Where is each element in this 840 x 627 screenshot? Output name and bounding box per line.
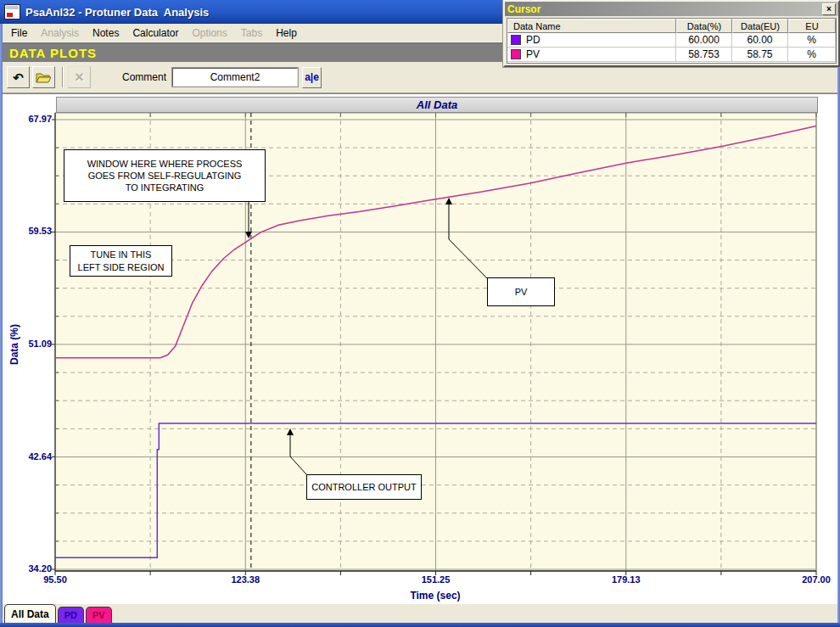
x-axis-label: Time (sec) (308, 590, 563, 602)
close-icon: × (826, 4, 832, 14)
cell-series-name: PD (507, 33, 676, 48)
column-header[interactable]: Data(%) (676, 19, 732, 33)
chart-annotation-window-note: WINDOW HERE WHERE PROCESS GOES FROM SELF… (64, 149, 266, 202)
cursor-window-title: Cursor (507, 3, 822, 15)
cell-data-pct: 60.000 (676, 33, 732, 48)
y-tick-label: 42.64 (9, 451, 52, 462)
app-icon (4, 4, 20, 20)
column-header[interactable]: EU (788, 19, 836, 33)
chart-annotation-pv-note: PV (487, 277, 555, 306)
menu-item-notes[interactable]: Notes (86, 25, 126, 42)
app-window: PsaAnl32 - Protuner Data Analysis FileAn… (0, 0, 840, 627)
tab-pv[interactable]: PV (86, 607, 112, 623)
edit-comment-icon: a|e (305, 71, 319, 83)
menu-item-calculator[interactable]: Calculator (126, 25, 185, 42)
x-tick-label: 123.38 (220, 574, 271, 585)
toolbar-separator (62, 67, 64, 87)
cell-eu: % (788, 33, 836, 48)
x-tick-label: 95.50 (30, 574, 81, 585)
open-folder-icon (36, 71, 52, 84)
cell-series-name: PV (507, 48, 676, 62)
chart-panel: All Data Data (%) Time (sec) WINDOW HERE… (3, 93, 837, 605)
column-header[interactable]: Data(EU) (732, 19, 788, 33)
y-tick-label: 34.20 (9, 563, 52, 574)
cursor-window-title-bar[interactable]: Cursor × (505, 2, 838, 16)
y-tick-label: 67.97 (9, 114, 52, 124)
cursor-table-row[interactable]: PV58.75358.75% (507, 48, 836, 62)
series-color-swatch (511, 49, 521, 59)
cell-data-eu: 58.75 (732, 48, 788, 62)
series-color-swatch (511, 35, 521, 45)
cursor-table-header: Data NameData(%)Data(EU)EU (507, 19, 836, 33)
cell-eu: % (788, 48, 836, 62)
cell-data-eu: 60.00 (732, 33, 788, 48)
x-tick-label: 207.00 (791, 574, 840, 585)
y-tick-label: 51.09 (9, 339, 52, 349)
undo-icon: ↶ (13, 71, 24, 84)
menu-item-options[interactable]: Options (185, 25, 233, 42)
cell-data-pct: 58.753 (676, 48, 732, 62)
menu-item-tabs[interactable]: Tabs (234, 25, 269, 42)
x-tick-label: 179.13 (601, 574, 652, 585)
comment-label: Comment (122, 71, 166, 83)
series-name-label: PV (526, 48, 540, 60)
chart-title-bar: All Data (56, 97, 818, 113)
menu-item-analysis[interactable]: Analysis (34, 25, 86, 42)
cursor-table: Data NameData(%)Data(EU)EUPD60.00060.00%… (507, 18, 837, 64)
column-header[interactable]: Data Name (507, 19, 676, 33)
tab-bar: All DataPDPV (3, 604, 837, 623)
tab-all-data[interactable]: All Data (4, 604, 56, 623)
cursor-close-button[interactable]: × (822, 3, 836, 15)
edit-comment-button[interactable]: a|e (302, 67, 322, 88)
cursor-window: Cursor × Data NameData(%)Data(EU)EUPD60.… (503, 0, 840, 67)
delete-icon: × (75, 70, 84, 85)
cursor-table-row[interactable]: PD60.00060.00% (507, 33, 836, 48)
chart-annotation-tune-note: TUNE IN THIS LEFT SIDE REGION (70, 245, 172, 277)
menu-item-help[interactable]: Help (269, 25, 304, 42)
open-button[interactable] (32, 66, 55, 88)
y-tick-label: 59.53 (9, 226, 52, 236)
undo-button[interactable]: ↶ (7, 66, 30, 88)
window-title: PsaAnl32 - Protuner Data Analysis (25, 6, 209, 19)
comment-input[interactable] (172, 68, 298, 87)
data-plots-banner-label: DATA PLOTS (9, 46, 97, 60)
series-name-label: PD (526, 34, 540, 46)
tab-pd[interactable]: PD (58, 607, 84, 623)
window-border-bottom (0, 623, 840, 627)
chart-title: All Data (417, 98, 457, 111)
delete-button[interactable]: × (68, 66, 91, 88)
chart-annotation-co-note: CONTROLLER OUTPUT (306, 474, 422, 500)
menu-item-file[interactable]: File (4, 25, 34, 42)
x-tick-label: 151.25 (411, 574, 462, 585)
